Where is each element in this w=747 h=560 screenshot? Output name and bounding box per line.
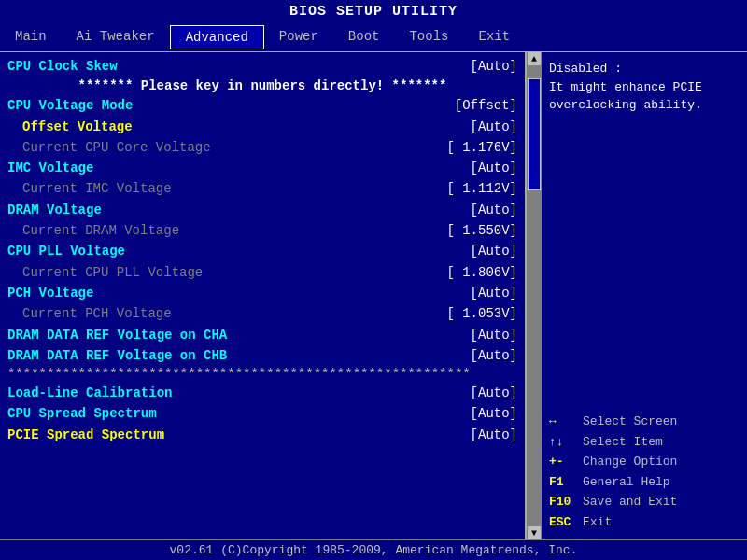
setting-name: Current DRAM Voltage [7, 221, 179, 240]
setting-name: Current PCH Voltage [7, 304, 172, 323]
nav-item-ai-tweaker[interactable]: Ai Tweaker [62, 25, 170, 49]
legend-key: ↔ [549, 413, 583, 431]
setting-name: Current CPU PLL Voltage [7, 263, 203, 282]
nav-item-tools[interactable]: Tools [394, 25, 463, 49]
setting-value: [Auto] [471, 159, 517, 177]
warning-text: ******* Please key in numbers directly! … [7, 77, 517, 95]
setting-row[interactable]: Current CPU Core Voltage[ 1.176V] [7, 137, 517, 158]
setting-value: [Auto] [471, 118, 517, 136]
setting-value: [Auto] [471, 346, 517, 365]
setting-name: IMC Voltage [7, 159, 93, 177]
setting-name: CPU PLL Voltage [7, 242, 125, 260]
setting-value: [Auto] [471, 57, 517, 76]
setting-name: Load-Line Calibration [7, 384, 172, 402]
setting-name: DRAM Voltage [7, 201, 102, 219]
setting-name: Offset Voltage [7, 118, 133, 136]
setting-name: DRAM DATA REF Voltage on CHB [7, 346, 227, 365]
setting-value: [Auto] [471, 284, 517, 302]
setting-value: [Auto] [471, 326, 517, 344]
help-panel: Disabled :It might enhance PCIEoverclock… [542, 52, 747, 539]
legend-row: F1General Help [549, 472, 740, 493]
legend-desc: Exit [583, 513, 612, 532]
legend-key: F10 [549, 493, 583, 511]
help-line: Disabled : [549, 60, 740, 78]
setting-name: Current CPU Core Voltage [7, 138, 211, 157]
setting-row[interactable]: Current IMC Voltage[ 1.112V] [7, 178, 517, 199]
status-bar: v02.61 (C)Copyright 1985-2009, American … [0, 539, 747, 560]
scroll-down-button[interactable]: ▼ [528, 526, 541, 539]
legend-desc: Change Option [583, 453, 677, 471]
setting-row[interactable]: IMC Voltage[Auto] [7, 158, 517, 178]
main-content: CPU Clock Skew[Auto]******* Please key i… [0, 52, 747, 539]
nav-item-main[interactable]: Main [0, 25, 62, 49]
nav-item-power[interactable]: Power [264, 25, 333, 49]
setting-row[interactable]: Current DRAM Voltage[ 1.550V] [7, 220, 517, 241]
setting-value: [Auto] [471, 384, 517, 402]
help-line: overclocking ability. [549, 96, 740, 115]
setting-row[interactable]: Current CPU PLL Voltage[ 1.806V] [7, 262, 517, 283]
legend-desc: Select Screen [583, 413, 677, 431]
help-line: It might enhance PCIE [549, 78, 740, 97]
legend-key: F1 [549, 473, 583, 492]
key-legend: ↔Select Screen↑↓Select Item+-Change Opti… [549, 412, 740, 532]
setting-value: [Auto] [471, 242, 517, 260]
setting-value: [ 1.112V] [446, 179, 517, 198]
setting-name: DRAM DATA REF Voltage on CHA [7, 326, 227, 344]
setting-row[interactable]: PCH Voltage[Auto] [7, 283, 517, 303]
setting-name: Current IMC Voltage [7, 179, 172, 198]
nav-item-advanced[interactable]: Advanced [170, 25, 264, 49]
setting-row[interactable]: PCIE Spread Spectrum[Auto] [7, 425, 517, 445]
nav-item-boot[interactable]: Boot [333, 25, 395, 49]
scrollbar-thumb[interactable] [528, 78, 541, 190]
setting-name: CPU Clock Skew [7, 57, 118, 76]
legend-key: ESC [549, 513, 583, 532]
nav-item-exit[interactable]: Exit [463, 25, 525, 49]
legend-key: +- [549, 453, 583, 471]
setting-value: [ 1.550V] [446, 221, 517, 240]
setting-row[interactable]: DRAM DATA REF Voltage on CHA[Auto] [7, 325, 517, 345]
setting-value: [Offset] [455, 96, 517, 115]
bios-setup-app: BIOS SETUP UTILITY MainAi TweakerAdvance… [0, 0, 747, 560]
legend-key: ↑↓ [549, 433, 583, 452]
scroll-up-button[interactable]: ▲ [528, 52, 541, 65]
legend-desc: Select Item [583, 433, 663, 452]
settings-panel: CPU Clock Skew[Auto]******* Please key i… [0, 52, 527, 539]
setting-value: [ 1.806V] [446, 263, 517, 282]
legend-row: ↔Select Screen [549, 412, 740, 432]
scrollbar[interactable]: ▲ ▼ [527, 52, 542, 539]
setting-name: CPU Voltage Mode [7, 96, 133, 115]
setting-row[interactable]: CPU Voltage Mode[Offset] [7, 95, 517, 116]
title-text: BIOS SETUP UTILITY [289, 4, 458, 20]
setting-row[interactable]: CPU Clock Skew[Auto] [7, 56, 517, 77]
setting-value: [ 1.053V] [446, 304, 517, 323]
setting-row[interactable]: CPU Spread Spectrum[Auto] [7, 403, 517, 424]
setting-row[interactable]: DRAM DATA REF Voltage on CHB[Auto] [7, 345, 517, 366]
setting-value: [Auto] [471, 426, 517, 444]
setting-value: [Auto] [471, 404, 517, 423]
legend-row: F10Save and Exit [549, 492, 740, 512]
legend-row: ESCExit [549, 512, 740, 533]
status-text: v02.61 (C)Copyright 1985-2009, American … [170, 543, 578, 557]
legend-desc: Save and Exit [583, 493, 677, 511]
setting-name: PCIE Spread Spectrum [7, 426, 164, 444]
setting-name: CPU Spread Spectrum [7, 404, 157, 423]
setting-row[interactable]: DRAM Voltage[Auto] [7, 200, 517, 220]
setting-row[interactable]: Load-Line Calibration[Auto] [7, 383, 517, 403]
title-bar: BIOS SETUP UTILITY [0, 0, 747, 23]
setting-row[interactable]: Current PCH Voltage[ 1.053V] [7, 303, 517, 324]
nav-menu: MainAi TweakerAdvancedPowerBootToolsExit [0, 23, 747, 52]
setting-value: [Auto] [471, 201, 517, 219]
setting-row[interactable]: CPU PLL Voltage[Auto] [7, 241, 517, 261]
legend-desc: General Help [583, 473, 670, 492]
help-text: Disabled :It might enhance PCIEoverclock… [549, 60, 740, 115]
separator-line: ****************************************… [7, 366, 517, 383]
setting-value: [ 1.176V] [446, 138, 517, 157]
legend-row: +-Change Option [549, 452, 740, 472]
setting-name: PCH Voltage [7, 284, 93, 302]
setting-row[interactable]: Offset Voltage[Auto] [7, 117, 517, 137]
legend-row: ↑↓Select Item [549, 432, 740, 453]
